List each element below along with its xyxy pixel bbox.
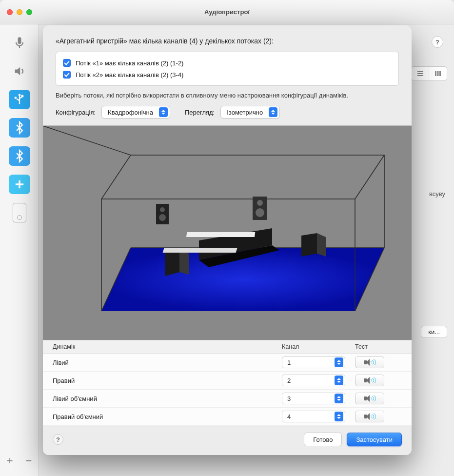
speaker-row: Правий об'ємний 4 — [43, 408, 412, 426]
chevron-up-down-icon — [159, 107, 168, 117]
surround-left-speaker-icon — [165, 250, 189, 276]
view-value: Ізометрично — [227, 109, 268, 116]
stream-checklist: Потік «1» має кілька каналів (2) (1-2) П… — [56, 52, 399, 86]
svg-marker-30 — [317, 233, 326, 257]
svg-point-26 — [256, 208, 264, 217]
test-button[interactable] — [355, 357, 384, 368]
help-button[interactable]: ? — [432, 36, 443, 48]
view-label: Перегляд: — [185, 109, 215, 116]
list-view-icon[interactable] — [412, 67, 429, 80]
svg-point-23 — [159, 214, 166, 221]
column-view-icon[interactable] — [429, 67, 447, 80]
svg-point-6 — [14, 97, 17, 99]
speaker-table-header: Динамік Канал Тест — [43, 340, 412, 354]
chevron-up-down-icon — [269, 107, 277, 117]
device-sidebar: + − — [0, 24, 39, 476]
test-button[interactable] — [355, 393, 384, 404]
speaker-row: Лівий 1 — [43, 354, 412, 372]
remove-device-button[interactable]: − — [26, 455, 32, 467]
view-popup[interactable]: Ізометрично — [220, 106, 280, 119]
svg-marker-2 — [15, 67, 20, 75]
aggregate-device-icon[interactable] — [9, 175, 30, 194]
speaker-name: Лівий — [53, 359, 282, 366]
chevron-up-down-icon — [335, 357, 343, 367]
header-channel: Канал — [282, 343, 355, 350]
sheet-help-button[interactable]: ? — [53, 434, 63, 445]
svg-rect-12 — [435, 71, 436, 76]
svg-point-25 — [257, 200, 263, 206]
chevron-up-down-icon — [335, 376, 343, 385]
svg-rect-34 — [163, 248, 237, 253]
sheet-footer: ? Готово Застосувати — [43, 426, 412, 455]
channel-value: 4 — [287, 413, 291, 420]
stream-2-label: Потік «2» має кілька каналів (2) (3-4) — [76, 71, 183, 79]
test-button[interactable] — [355, 375, 384, 386]
sheet-heading: «Агрегатний пристрій» має кілька каналів… — [56, 37, 399, 45]
background-label-partial: всуву — [429, 190, 445, 198]
configuration-popup[interactable]: Квадрофонічна — [101, 106, 170, 119]
channel-value: 2 — [287, 377, 291, 384]
chevron-up-down-icon — [335, 394, 343, 403]
speaker-name: Лівий об'ємний — [53, 395, 282, 402]
svg-rect-11 — [417, 75, 423, 76]
room-3d-preview[interactable] — [43, 125, 412, 340]
stream-row-2: Потік «2» має кілька каналів (2) (3-4) — [63, 69, 392, 80]
svg-marker-28 — [179, 250, 189, 275]
channel-popup[interactable]: 4 — [282, 411, 345, 422]
stream-1-checkbox[interactable] — [63, 59, 71, 67]
test-speaker-icon — [364, 377, 375, 384]
maximize-button[interactable] — [26, 9, 32, 15]
configuration-value: Квадрофонічна — [108, 109, 158, 116]
channel-value: 3 — [287, 395, 291, 402]
header-test: Тест — [355, 343, 402, 350]
channel-popup[interactable]: 3 — [282, 393, 345, 404]
stream-1-label: Потік «1» має кілька каналів (2) (1-2) — [76, 60, 183, 67]
usb-device-icon[interactable] — [9, 90, 30, 109]
minimize-button[interactable] — [17, 9, 22, 15]
front-left-speaker-icon — [156, 204, 169, 224]
speaker-icon[interactable] — [9, 61, 30, 81]
view-mode-segmented[interactable] — [411, 66, 447, 81]
bluetooth-device-2-icon[interactable] — [9, 146, 30, 166]
front-right-speaker-icon — [253, 197, 267, 220]
speaker-row: Правий 2 — [43, 372, 412, 390]
speaker-row: Лівий об'ємний 3 — [43, 390, 412, 408]
header-speaker: Динамік — [53, 343, 282, 350]
close-button[interactable] — [7, 9, 13, 15]
svg-rect-13 — [437, 71, 439, 76]
speaker-name: Правий об'ємний — [53, 413, 282, 420]
svg-rect-33 — [186, 232, 255, 237]
svg-marker-27 — [165, 250, 179, 276]
microphone-icon[interactable] — [9, 33, 30, 53]
config-label: Конфігурація: — [56, 109, 96, 116]
svg-marker-29 — [301, 233, 317, 257]
test-speaker-icon — [364, 359, 375, 366]
surround-right-speaker-icon — [301, 233, 326, 257]
background-button-partial[interactable]: ки... — [421, 326, 447, 338]
stream-2-checkbox[interactable] — [63, 71, 71, 79]
add-device-button[interactable]: + — [7, 455, 13, 467]
window-controls — [7, 9, 32, 15]
window-title: Аудіопристрої — [32, 8, 422, 16]
svg-rect-14 — [439, 71, 441, 76]
svg-rect-0 — [18, 37, 21, 44]
channel-value: 1 — [287, 359, 291, 366]
test-speaker-icon — [364, 413, 375, 420]
speaker-config-sheet: «Агрегатний пристрій» має кілька каналів… — [43, 25, 412, 455]
channel-popup[interactable]: 1 — [282, 357, 345, 368]
svg-line-18 — [43, 126, 131, 155]
svg-rect-9 — [417, 71, 423, 72]
done-button[interactable]: Готово — [304, 433, 342, 446]
stream-row-1: Потік «1» має кілька каналів (2) (1-2) — [63, 57, 392, 69]
svg-line-17 — [355, 155, 384, 199]
phone-device-icon[interactable] — [13, 203, 26, 222]
channel-popup[interactable]: 2 — [282, 375, 345, 386]
speaker-name: Правий — [53, 377, 282, 384]
test-button[interactable] — [355, 411, 384, 422]
hint-text: Виберіть потоки, які потрібно використат… — [56, 92, 399, 99]
apply-button[interactable]: Застосувати — [347, 433, 402, 446]
test-speaker-icon — [364, 395, 375, 402]
svg-point-22 — [160, 207, 165, 212]
bluetooth-device-1-icon[interactable] — [9, 118, 30, 138]
titlebar: Аудіопристрої — [0, 0, 454, 24]
